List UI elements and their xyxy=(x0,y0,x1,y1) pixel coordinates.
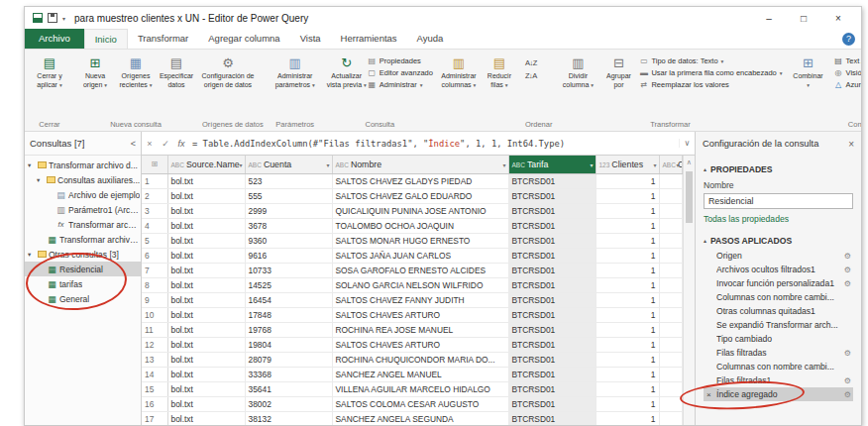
cell-cuenta[interactable]: 16454 xyxy=(245,292,332,307)
cell-cuenta[interactable]: 38002 xyxy=(245,396,332,411)
cell-nombre[interactable]: SALTOS JAÑA JUAN CARLOS xyxy=(332,248,508,263)
cell-source-name[interactable]: bol.txt xyxy=(167,248,245,263)
cell-tarifa[interactable]: BTCRSD01 xyxy=(508,248,596,263)
filter-dropdown-icon[interactable]: ▾ xyxy=(676,160,679,167)
scrollbar-thumb[interactable] xyxy=(686,171,694,223)
cell-nombre[interactable]: VILLENA AGUILAR MARCELO HIDALGO xyxy=(332,381,508,396)
sort-descending-button[interactable]: Z↓A xyxy=(525,71,537,80)
properties-button[interactable]: Propiedades xyxy=(368,56,433,65)
cell-source-name[interactable]: bol.txt xyxy=(167,233,245,248)
cell-cuenta[interactable]: 38132 xyxy=(245,411,332,426)
cell-clientes[interactable]: 1 xyxy=(596,337,659,352)
row-number[interactable]: 15 xyxy=(142,381,167,396)
cell-overflow[interactable] xyxy=(659,337,682,352)
cell-cuenta[interactable]: 9360 xyxy=(245,233,332,248)
cell-source-name[interactable]: bol.txt xyxy=(167,203,245,218)
filter-dropdown-icon[interactable]: ▾ xyxy=(239,160,242,167)
cell-clientes[interactable]: 1 xyxy=(596,218,659,233)
column-header[interactable]: ABCCuenta▾ xyxy=(245,156,332,173)
cell-nombre[interactable]: SALTOS MONAR HUGO ERNESTO xyxy=(332,233,508,248)
cell-source-name[interactable]: bol.txt xyxy=(167,337,245,352)
cell-clientes[interactable]: 1 xyxy=(596,173,659,188)
cell-clientes[interactable]: 1 xyxy=(596,352,659,367)
cell-nombre[interactable]: TOALOMBO OCHOA JOAQUIN xyxy=(332,218,508,233)
row-number[interactable]: 13 xyxy=(142,352,167,367)
cell-tarifa[interactable]: BTCRSD01 xyxy=(508,367,596,381)
cell-nombre[interactable]: SANCHEZ ANGEL MANUEL xyxy=(332,367,508,381)
cell-source-name[interactable]: bol.txt xyxy=(167,277,245,292)
row-number[interactable]: 9 xyxy=(142,292,167,307)
new-source-button[interactable]: Nuevaorigen ▾ xyxy=(75,53,115,90)
filter-dropdown-icon[interactable]: ▾ xyxy=(502,160,505,167)
data-source-settings-button[interactable]: Configuración deorigen de datos xyxy=(202,53,254,90)
cell-tarifa[interactable]: BTCRSD01 xyxy=(508,263,596,277)
row-number[interactable]: 11 xyxy=(142,322,167,337)
cell-nombre[interactable]: SALTOS CHAVES ARTURO xyxy=(332,337,508,352)
cell-overflow[interactable] xyxy=(659,322,682,337)
cell-overflow[interactable] xyxy=(659,263,682,277)
replace-values-button[interactable]: Reemplazar los valores xyxy=(639,80,782,89)
cell-source-name[interactable]: bol.txt xyxy=(167,411,245,426)
cell-tarifa[interactable]: BTCRSD01 xyxy=(508,277,596,292)
column-header[interactable]: 123Clientes▾ xyxy=(596,156,659,173)
cell-source-name[interactable]: bol.txt xyxy=(167,218,245,233)
cell-nombre[interactable]: SOSA GAROFALO ERNESTO ALCIDES xyxy=(332,263,508,277)
step-settings-icon[interactable]: ⚙ xyxy=(841,390,851,399)
cell-clientes[interactable]: 1 xyxy=(596,203,659,218)
query-item[interactable]: Transformar archivo... xyxy=(25,232,141,247)
cell-overflow[interactable] xyxy=(659,218,682,233)
filter-dropdown-icon[interactable]: ▾ xyxy=(326,160,329,167)
cell-cuenta[interactable]: 14525 xyxy=(245,277,332,292)
group-by-button[interactable]: Agruparpor xyxy=(598,53,638,90)
query-name-input[interactable] xyxy=(704,193,853,209)
cell-tarifa[interactable]: BTCRSD01 xyxy=(508,322,596,337)
query-item[interactable]: ▾ Consultas auxiliares... xyxy=(25,172,141,187)
sort-ascending-button[interactable]: A↓Z xyxy=(525,58,537,67)
applied-step[interactable]: × Tipo cambiado ⚙ xyxy=(704,332,853,346)
row-number[interactable]: 12 xyxy=(142,337,167,352)
cell-nombre[interactable]: SALTOS CHAVES ARTURO xyxy=(332,307,508,322)
help-icon[interactable]: ? xyxy=(842,33,855,46)
cell-tarifa[interactable]: BTCRSD01 xyxy=(508,352,596,367)
applied-step[interactable]: × Columnas con nombre cambi... ⚙ xyxy=(704,360,853,373)
cell-cuenta[interactable]: 17848 xyxy=(245,307,332,322)
cell-tarifa[interactable]: BTCRSD01 xyxy=(508,411,596,426)
ribbon-tab[interactable]: Herramientas xyxy=(331,29,407,49)
scroll-up-icon[interactable]: ∧ xyxy=(684,156,696,166)
cell-clientes[interactable]: 1 xyxy=(596,248,659,263)
cell-source-name[interactable]: bol.txt xyxy=(167,367,245,381)
cell-tarifa[interactable]: BTCRSD01 xyxy=(508,218,596,233)
maximize-button[interactable]: □ xyxy=(789,13,818,24)
split-column-button[interactable]: Dividircolumna ▾ xyxy=(558,53,597,90)
cell-overflow[interactable] xyxy=(659,248,682,263)
save-icon[interactable] xyxy=(48,13,57,23)
use-first-row-button[interactable]: Usar la primera fila como encabezado ▾ xyxy=(639,68,782,77)
ribbon-tab[interactable]: Transformar xyxy=(128,29,198,49)
vertical-scrollbar[interactable]: ∧ xyxy=(683,156,696,426)
cell-overflow[interactable] xyxy=(659,381,682,396)
cell-clientes[interactable]: 1 xyxy=(596,277,659,292)
cell-clientes[interactable]: 1 xyxy=(596,367,659,381)
applied-step[interactable]: × Filas filtradas1 ⚙ xyxy=(704,373,853,387)
cell-tarifa[interactable]: BTCRSD01 xyxy=(508,188,596,203)
ribbon-tab[interactable]: Ayuda xyxy=(407,29,454,49)
combine-button[interactable]: Combinar▾ xyxy=(789,53,828,90)
column-header[interactable]: ABCSource.Name▾ xyxy=(167,156,245,173)
data-type-button[interactable]: Tipo de datos: Texto ▾ xyxy=(639,56,782,65)
row-number[interactable]: 1 xyxy=(142,173,167,188)
select-all-corner[interactable]: ⊞ xyxy=(142,156,167,173)
applied-step[interactable]: × Columnas con nombre cambi... ⚙ xyxy=(704,290,853,304)
refresh-preview-button[interactable]: Actualizarvista previa ▾ xyxy=(327,53,367,90)
step-settings-icon[interactable]: ⚙ xyxy=(841,279,851,288)
column-header[interactable]: ABCNombre▾ xyxy=(332,156,508,173)
cell-tarifa[interactable]: BTCRSD01 xyxy=(508,233,596,248)
advanced-editor-button[interactable]: Editor avanzado xyxy=(368,68,433,77)
cell-source-name[interactable]: bol.txt xyxy=(167,352,245,367)
formula-input[interactable]: = Table.AddIndexColumn(#"Filas filtradas… xyxy=(189,139,679,149)
cell-tarifa[interactable]: BTCRSD01 xyxy=(508,307,596,322)
applied-step[interactable]: × Índice agregado ⚙ xyxy=(704,387,853,401)
cell-nombre[interactable]: SALTOS COLOMA CESAR AUGUSTO xyxy=(332,396,508,411)
applied-step[interactable]: × Se expandió Transformar arch... ⚙ xyxy=(704,318,853,332)
cell-overflow[interactable] xyxy=(659,411,682,426)
applied-step[interactable]: × Filas filtradas ⚙ xyxy=(704,346,853,360)
